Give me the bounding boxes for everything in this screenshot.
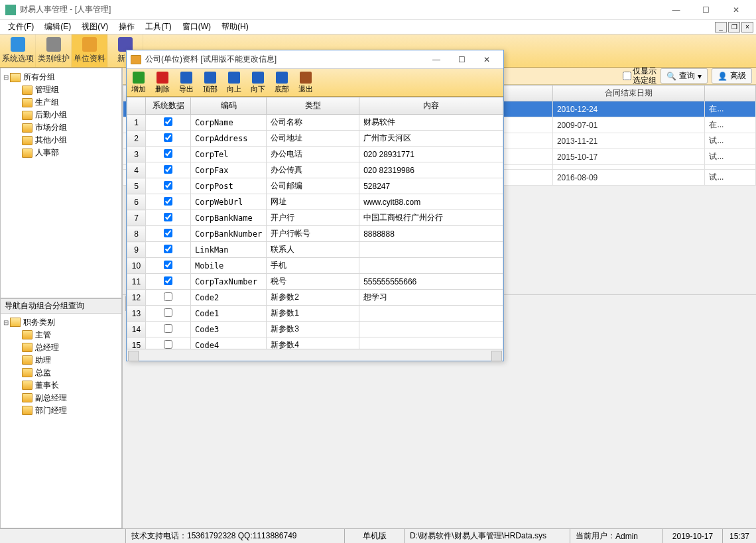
syschk-checkbox[interactable] xyxy=(164,117,172,126)
type-cell[interactable]: 公司地址 xyxy=(267,131,359,147)
syschk-checkbox[interactable] xyxy=(164,245,172,253)
syschk-cell[interactable] xyxy=(146,131,191,147)
dialog-titlebar[interactable]: 公司(单位)资料 [试用版不能更改信息] — ☐ ✕ xyxy=(127,50,503,69)
dlg-grid-header[interactable]: 内容 xyxy=(359,97,503,115)
tree-node[interactable]: 总监 xyxy=(2,367,120,379)
collapse-icon[interactable]: ⊟ xyxy=(2,319,10,326)
dlg-row[interactable]: 9 LinkMan 联系人 xyxy=(127,242,503,258)
type-cell[interactable]: 开户行 xyxy=(267,210,359,226)
value-cell[interactable] xyxy=(359,306,503,322)
dlg-row[interactable]: 7 CorpBankName 开户行 中国工商银行广州分行 xyxy=(127,210,503,226)
value-cell[interactable]: 财易软件 xyxy=(359,115,503,131)
value-cell[interactable]: www.cyit88.com xyxy=(359,194,503,210)
tree-node[interactable]: 市场分组 xyxy=(2,121,120,134)
syschk-checkbox[interactable] xyxy=(164,261,172,269)
code-cell[interactable]: Code4 xyxy=(191,337,267,349)
syschk-cell[interactable] xyxy=(146,147,191,162)
tree-node[interactable]: 生产组 xyxy=(2,96,120,109)
toolbar-2[interactable]: 单位资料 xyxy=(72,34,107,67)
show-only-input[interactable] xyxy=(623,72,631,80)
syschk-checkbox[interactable] xyxy=(164,133,172,142)
type-cell[interactable]: 新参数1 xyxy=(267,306,359,322)
type-cell[interactable]: 新参数3 xyxy=(267,322,359,337)
code-cell[interactable]: CorpTaxNumber xyxy=(191,274,267,290)
dlg-row[interactable]: 1 CorpName 公司名称 财易软件 xyxy=(127,115,503,131)
dialog-close-button[interactable]: ✕ xyxy=(474,52,499,68)
syschk-checkbox[interactable] xyxy=(164,197,172,206)
collapse-icon[interactable]: ⊟ xyxy=(2,74,10,81)
syschk-cell[interactable] xyxy=(146,162,191,178)
dlg-grid-header[interactable]: 编码 xyxy=(191,97,267,115)
code-cell[interactable]: CorpFax xyxy=(191,162,267,178)
menu-view[interactable]: 视图(V) xyxy=(76,20,113,34)
dlg-grid-header[interactable]: 类型 xyxy=(267,97,359,115)
menu-window[interactable]: 窗口(W) xyxy=(177,20,216,34)
syschk-checkbox[interactable] xyxy=(164,149,172,158)
toolbar-1[interactable]: 类别维护 xyxy=(36,34,72,67)
value-cell[interactable]: 8888888 xyxy=(359,226,503,242)
tree-node[interactable]: 副总经理 xyxy=(2,392,120,404)
dlg-row[interactable]: 12 Code2 新参数2 想学习 xyxy=(127,290,503,306)
tree-root[interactable]: ⊟ 所有分组 xyxy=(2,71,120,84)
syschk-cell[interactable] xyxy=(146,242,191,258)
dialog-h-scrollbar[interactable] xyxy=(127,349,503,361)
type-cell[interactable]: 公司邮编 xyxy=(267,178,359,194)
syschk-cell[interactable] xyxy=(146,258,191,274)
type-cell[interactable]: 公司名称 xyxy=(267,115,359,131)
tree-node[interactable]: 主管 xyxy=(2,329,120,341)
query-button[interactable]: 🔍 查询 ▾ xyxy=(661,68,708,84)
syschk-checkbox[interactable] xyxy=(164,181,172,190)
type-cell[interactable]: 办公传真 xyxy=(267,162,359,178)
dlg-tool-顶部[interactable]: 顶部 xyxy=(198,69,222,96)
syschk-cell[interactable] xyxy=(146,337,191,349)
value-cell[interactable]: 020 82319986 xyxy=(359,162,503,178)
toolbar-0[interactable]: 系统选项 xyxy=(0,34,36,67)
dlg-grid-header[interactable] xyxy=(127,97,146,115)
tree-node[interactable]: 后勤小组 xyxy=(2,109,120,121)
syschk-checkbox[interactable] xyxy=(164,276,172,285)
syschk-checkbox[interactable] xyxy=(164,324,172,333)
type-cell[interactable]: 联系人 xyxy=(267,242,359,258)
mdi-restore-icon[interactable]: ❐ xyxy=(728,22,740,32)
syschk-cell[interactable] xyxy=(146,178,191,194)
dlg-tool-退出[interactable]: 退出 xyxy=(294,69,318,96)
mdi-minimize-icon[interactable]: _ xyxy=(715,22,727,32)
menu-edit[interactable]: 编辑(E) xyxy=(39,20,76,34)
code-cell[interactable]: Code3 xyxy=(191,322,267,337)
maximize-button[interactable]: ☐ xyxy=(691,1,721,19)
value-cell[interactable]: 020 28931771 xyxy=(359,147,503,162)
show-only-checkbox[interactable]: 仅显示 选定组 xyxy=(623,67,657,84)
dlg-row[interactable]: 6 CorpWebUrl 网址 www.cyit88.com xyxy=(127,194,503,210)
code-cell[interactable]: Mobile xyxy=(191,258,267,274)
tree-node[interactable]: 部门经理 xyxy=(2,404,120,417)
syschk-checkbox[interactable] xyxy=(164,213,172,221)
value-cell[interactable]: 广州市天河区 xyxy=(359,131,503,147)
syschk-cell[interactable] xyxy=(146,210,191,226)
syschk-cell[interactable] xyxy=(146,274,191,290)
tree-node[interactable]: 总经理 xyxy=(2,341,120,354)
syschk-checkbox[interactable] xyxy=(164,165,172,174)
dlg-row[interactable]: 5 CorpPost 公司邮编 528247 xyxy=(127,178,503,194)
code-cell[interactable]: Code2 xyxy=(191,290,267,306)
value-cell[interactable]: 555555555666 xyxy=(359,274,503,290)
value-cell[interactable]: 中国工商银行广州分行 xyxy=(359,210,503,226)
minimize-button[interactable]: — xyxy=(661,1,691,19)
dlg-row[interactable]: 2 CorpAddress 公司地址 广州市天河区 xyxy=(127,131,503,147)
value-cell[interactable] xyxy=(359,258,503,274)
syschk-checkbox[interactable] xyxy=(164,229,172,237)
dlg-grid-header[interactable]: 系统数据 xyxy=(146,97,191,115)
dlg-tool-向下[interactable]: 向下 xyxy=(246,69,270,96)
tree-node[interactable]: 管理组 xyxy=(2,84,120,96)
value-cell[interactable] xyxy=(359,337,503,349)
menu-operate[interactable]: 操作 xyxy=(113,20,140,34)
dlg-tool-删除[interactable]: 删除 xyxy=(151,69,174,96)
tree-node[interactable]: 人事部 xyxy=(2,147,120,159)
code-cell[interactable]: CorpAddress xyxy=(191,131,267,147)
tree2-root[interactable]: ⊟ 职务类别 xyxy=(2,316,120,329)
dlg-row[interactable]: 13 Code1 新参数1 xyxy=(127,306,503,322)
code-cell[interactable]: CorpBankNumber xyxy=(191,226,267,242)
type-cell[interactable]: 开户行帐号 xyxy=(267,226,359,242)
tree-node[interactable]: 其他小组 xyxy=(2,134,120,147)
dlg-tool-向上[interactable]: 向上 xyxy=(222,69,246,96)
value-cell[interactable] xyxy=(359,322,503,337)
